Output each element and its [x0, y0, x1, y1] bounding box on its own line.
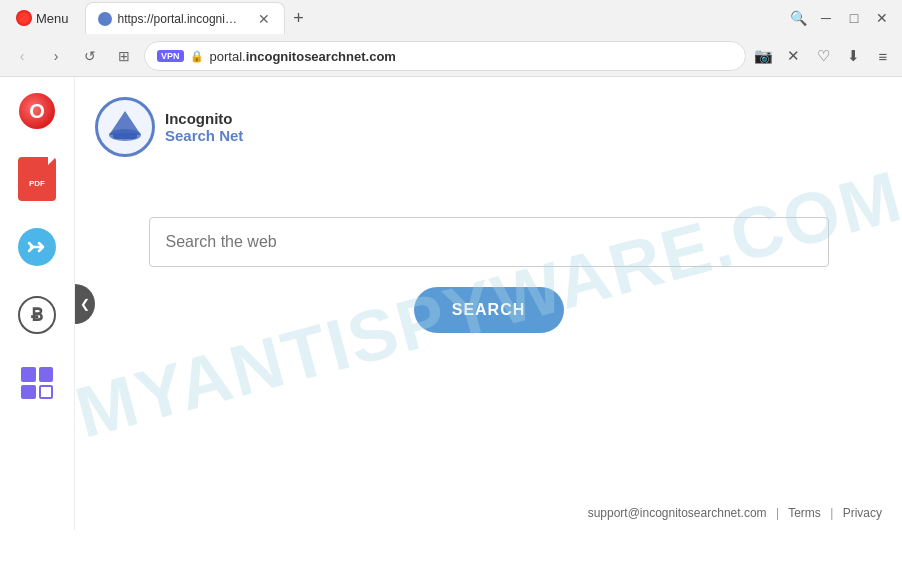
camera-icon[interactable]: 📷 [752, 45, 774, 67]
sidebar-collapse-handle: ❮ [75, 284, 95, 324]
tabs-button[interactable]: ⊞ [110, 42, 138, 70]
download-icon[interactable]: ⬇ [842, 45, 864, 67]
sidebar-item-opera[interactable]: O [13, 87, 61, 135]
adblock-icon[interactable]: ✕ [782, 45, 804, 67]
separator-1: | [776, 506, 779, 520]
privacy-link[interactable]: Privacy [843, 506, 882, 520]
forward-button[interactable]: › [42, 42, 70, 70]
opera-sidebar-icon: O [19, 93, 55, 129]
tab-favicon [98, 12, 112, 26]
pdf-icon: PDF [18, 157, 56, 201]
logo-area: Incognito Search Net [95, 97, 243, 157]
vpn-badge: VPN [157, 50, 184, 62]
sidebar-item-arrows[interactable] [13, 223, 61, 271]
sidebar: O PDF Ƀ [0, 77, 75, 530]
back-button[interactable]: ‹ [8, 42, 36, 70]
address-text: portal.incognitosearchnet.com [210, 49, 733, 64]
search-input[interactable] [149, 217, 829, 267]
bitcoin-icon: Ƀ [18, 296, 56, 334]
svg-rect-2 [113, 133, 137, 139]
tab-title: https://portal.incogni… [118, 12, 250, 26]
active-tab[interactable]: https://portal.incogni… ✕ [85, 2, 285, 34]
search-section: SEARCH [95, 217, 882, 333]
menu-label: Menu [36, 11, 69, 26]
footer: support@incognitosearchnet.com | Terms |… [75, 496, 902, 530]
logo-incognito-text: Incognito [165, 110, 243, 127]
sidebar-item-pdf[interactable]: PDF [13, 155, 61, 203]
favorites-icon[interactable]: ♡ [812, 45, 834, 67]
maximize-button[interactable]: □ [842, 6, 866, 30]
search-button[interactable]: SEARCH [414, 287, 564, 333]
logo-searchnet-text: Search Net [165, 127, 243, 144]
logo-text: Incognito Search Net [165, 110, 243, 144]
terms-link[interactable]: Terms [788, 506, 821, 520]
new-tab-button[interactable]: + [285, 4, 313, 32]
opera-icon [16, 10, 32, 26]
logo-image [95, 97, 155, 157]
grid-icon [21, 367, 53, 399]
sidebar-item-bitcoin[interactable]: Ƀ [13, 291, 61, 339]
separator-2: | [830, 506, 833, 520]
close-button[interactable]: ✕ [870, 6, 894, 30]
lock-icon: 🔒 [190, 50, 204, 63]
search-window-button[interactable]: 🔍 [786, 6, 810, 30]
support-email-link[interactable]: support@incognitosearchnet.com [588, 506, 767, 520]
sidebar-item-grid[interactable] [13, 359, 61, 407]
opera-menu-button[interactable]: Menu [8, 6, 77, 30]
reload-button[interactable]: ↺ [76, 42, 104, 70]
page-content: MYANTISPYWARE.COM Incognito Search Net S… [75, 77, 902, 530]
address-bar[interactable]: VPN 🔒 portal.incognitosearchnet.com [144, 41, 746, 71]
tab-close-button[interactable]: ✕ [256, 9, 272, 29]
sidebar-collapse-button[interactable]: ❮ [75, 284, 95, 324]
minimize-button[interactable]: ─ [814, 6, 838, 30]
browser-menu-icon[interactable]: ≡ [872, 45, 894, 67]
arrows-icon [18, 228, 56, 266]
